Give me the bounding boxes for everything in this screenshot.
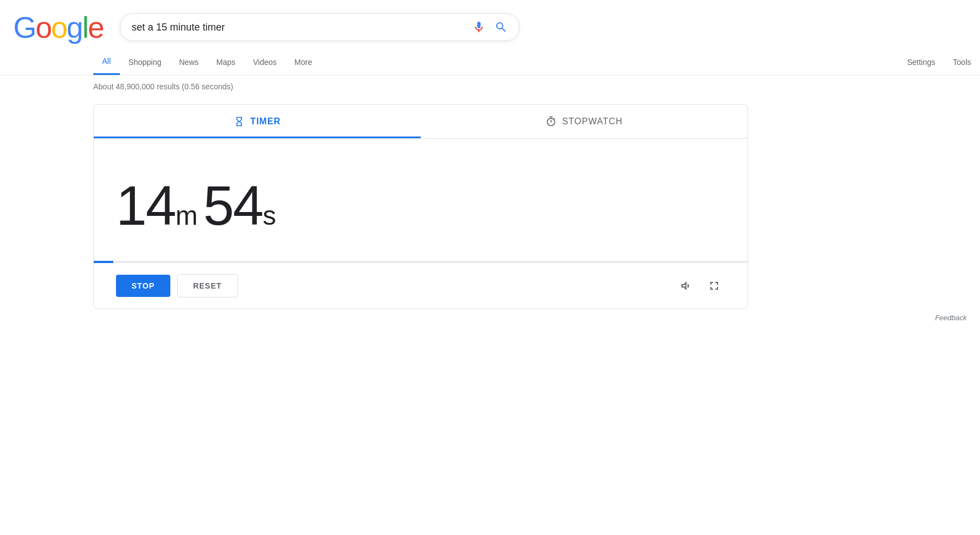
timer-minutes-unit: m bbox=[175, 201, 196, 230]
search-button[interactable] bbox=[494, 21, 508, 34]
nav-tabs: All Shopping News Maps Videos More Setti… bbox=[0, 49, 980, 75]
voice-search-button[interactable] bbox=[472, 21, 486, 34]
reset-button[interactable]: RESET bbox=[177, 274, 238, 297]
logo-letter-o1: o bbox=[36, 10, 51, 44]
timer-card-tabs: TIMER STOPWATCH bbox=[94, 105, 747, 139]
logo-letter-g: G bbox=[13, 10, 36, 44]
volume-icon bbox=[679, 279, 692, 292]
timer-seconds-unit: s bbox=[262, 201, 275, 230]
logo-letter-g2: g bbox=[67, 10, 82, 44]
timer-seconds: 54 bbox=[203, 174, 262, 236]
timer-minutes: 14 bbox=[116, 174, 175, 236]
nav-right: Settings Tools bbox=[898, 50, 980, 74]
timer-tab-stopwatch[interactable]: STOPWATCH bbox=[421, 105, 747, 138]
logo-letter-l: l bbox=[82, 10, 88, 44]
stop-button[interactable]: STOP bbox=[116, 275, 170, 297]
timer-display: 14m54s bbox=[94, 139, 747, 261]
search-input[interactable] bbox=[132, 22, 472, 33]
feedback-link[interactable]: Feedback bbox=[935, 314, 967, 322]
timer-controls: STOP RESET bbox=[94, 263, 747, 309]
logo-letter-o2: o bbox=[51, 10, 67, 44]
search-icons bbox=[472, 21, 508, 34]
results-count: About 48,900,000 results (0.56 seconds) bbox=[0, 75, 980, 98]
tab-more[interactable]: More bbox=[286, 50, 321, 74]
feedback-area: Feedback bbox=[0, 309, 980, 326]
hourglass-icon bbox=[234, 116, 245, 127]
tab-maps[interactable]: Maps bbox=[208, 50, 244, 74]
search-bar bbox=[120, 13, 519, 41]
microphone-icon bbox=[472, 21, 486, 34]
fullscreen-button[interactable] bbox=[703, 275, 725, 297]
tab-all[interactable]: All bbox=[93, 49, 120, 75]
header: Google bbox=[0, 0, 980, 44]
timer-card: TIMER STOPWATCH 14m54s STOP RESET bbox=[93, 104, 748, 309]
search-icon bbox=[494, 21, 508, 34]
tab-settings[interactable]: Settings bbox=[898, 50, 944, 74]
timer-progress-bar bbox=[94, 261, 113, 263]
tab-news[interactable]: News bbox=[170, 50, 208, 74]
stopwatch-icon bbox=[545, 116, 557, 127]
google-logo[interactable]: Google bbox=[13, 10, 103, 44]
logo-letter-e: e bbox=[88, 10, 103, 44]
tab-tools[interactable]: Tools bbox=[944, 50, 980, 74]
fullscreen-icon bbox=[708, 279, 721, 292]
timer-progress-area bbox=[94, 261, 747, 263]
timer-time: 14m54s bbox=[116, 178, 281, 233]
volume-button[interactable] bbox=[674, 275, 696, 297]
timer-tab-timer[interactable]: TIMER bbox=[94, 105, 421, 138]
tab-videos[interactable]: Videos bbox=[244, 50, 286, 74]
tab-shopping[interactable]: Shopping bbox=[120, 50, 170, 74]
